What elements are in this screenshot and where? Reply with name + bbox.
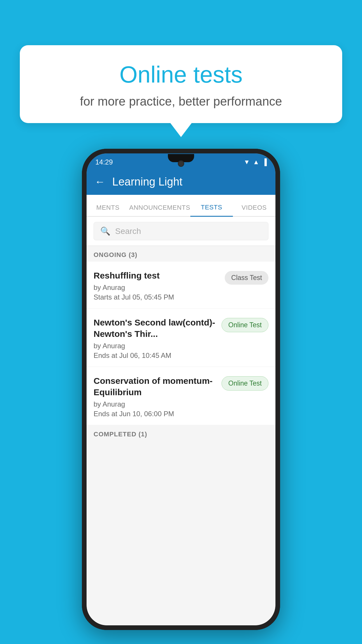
test-badge-online: Online Test [222,376,268,391]
test-name: Reshuffling test [94,270,220,281]
volume-up-button[interactable] [82,236,83,260]
test-badge-class: Class Test [225,271,268,285]
camera [178,160,184,167]
speech-bubble: Online tests for more practice, better p… [20,45,342,123]
test-time-label: Starts at [94,293,120,301]
status-icons: ▼ ▲ ▐ [244,158,267,166]
tab-tests[interactable]: TESTS [190,204,233,217]
search-placeholder: Search [115,227,141,236]
app-title: Learning Light [112,176,182,188]
phone-body: 14:29 ▼ ▲ ▐ ← Learning Light MENTS ANNOU… [82,149,280,630]
volume-down-button[interactable] [82,268,83,292]
completed-section-header: COMPLETED (1) [87,425,275,440]
search-icon: 🔍 [100,226,110,236]
test-time: Ends at Jun 10, 06:00 PM [94,410,217,418]
test-author: by Anurag [94,400,217,408]
battery-icon: ▐ [262,158,267,166]
content-area: 🔍 Search ONGOING (3) Reshuffling test by… [87,217,275,625]
wifi-icon: ▼ [244,158,250,166]
test-time-value: Jul 05, 05:45 PM [122,293,174,301]
test-item[interactable]: Reshuffling test by Anurag Starts at Jul… [87,262,275,309]
power-button[interactable] [279,254,280,292]
tab-announcements[interactable]: ANNOUNCEMENTS [129,204,190,216]
test-author: by Anurag [94,342,217,350]
screen: 14:29 ▼ ▲ ▐ ← Learning Light MENTS ANNOU… [87,153,275,625]
signal-icon: ▲ [253,158,259,166]
test-time-label: Ends at [94,351,117,359]
test-time: Ends at Jul 06, 10:45 AM [94,351,217,360]
bubble-title: Online tests [37,61,325,88]
test-item-left: Reshuffling test by Anurag Starts at Jul… [94,270,225,301]
test-item[interactable]: Newton's Second law(contd)-Newton's Thir… [87,309,275,367]
tab-videos[interactable]: VIDEOS [233,204,275,216]
phone: 14:29 ▼ ▲ ▐ ← Learning Light MENTS ANNOU… [82,149,280,630]
app-bar: ← Learning Light [87,169,275,195]
test-list: Reshuffling test by Anurag Starts at Jul… [87,262,275,425]
status-time: 14:29 [95,158,113,166]
back-button[interactable]: ← [95,176,105,188]
test-time: Starts at Jul 05, 05:45 PM [94,293,220,301]
ongoing-section-header: ONGOING (3) [87,246,275,262]
tab-bar: MENTS ANNOUNCEMENTS TESTS VIDEOS [87,195,275,217]
tab-ments[interactable]: MENTS [87,204,129,216]
test-badge-online: Online Test [222,318,268,332]
test-time-label: Ends at [94,410,117,418]
notch [168,154,194,162]
screen-inner: 14:29 ▼ ▲ ▐ ← Learning Light MENTS ANNOU… [87,153,275,625]
test-name: Newton's Second law(contd)-Newton's Thir… [94,317,217,340]
test-item[interactable]: Conservation of momentum-Equilibrium by … [87,367,275,425]
search-container: 🔍 Search [87,217,275,246]
search-bar[interactable]: 🔍 Search [94,222,268,240]
test-author: by Anurag [94,284,220,292]
test-time-value: Jul 06, 10:45 AM [119,351,171,359]
test-name: Conservation of momentum-Equilibrium [94,375,217,398]
test-time-value: Jun 10, 06:00 PM [119,410,174,418]
test-item-left: Newton's Second law(contd)-Newton's Thir… [94,317,222,360]
test-item-left: Conservation of momentum-Equilibrium by … [94,375,222,418]
bubble-subtitle: for more practice, better performance [37,94,325,108]
